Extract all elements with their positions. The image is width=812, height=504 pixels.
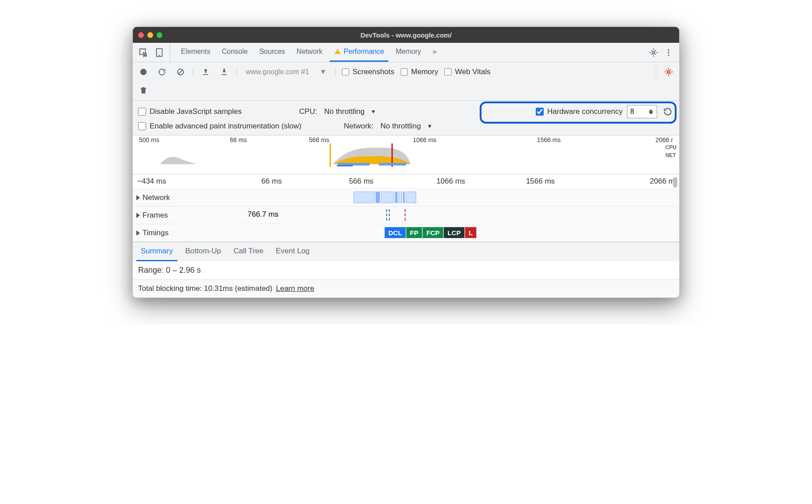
- performance-toolbar: www.google.com #1 ▼ Screenshots Memory W…: [133, 62, 679, 101]
- devtools-window: DevTools - www.google.com/ Elements Cons…: [132, 26, 680, 298]
- scrollbar-thumb[interactable]: [673, 177, 677, 188]
- dtab-summary[interactable]: Summary: [136, 242, 177, 261]
- svg-point-8: [140, 69, 147, 75]
- learn-more-link[interactable]: Learn more: [276, 284, 314, 293]
- stepper-icon[interactable]: [649, 109, 654, 114]
- panel-tabs: Elements Console Sources Network Perform…: [177, 43, 441, 62]
- network-label: Network:: [344, 122, 373, 131]
- disable-js-samples-checkbox[interactable]: Disable JavaScript samples: [138, 107, 242, 116]
- memory-checkbox[interactable]: Memory: [401, 68, 438, 76]
- svg-rect-14: [330, 143, 331, 167]
- chevron-down-icon: ▼: [371, 109, 376, 115]
- frame-duration: 766.7 ms: [248, 210, 278, 219]
- svg-point-6: [668, 52, 669, 53]
- timing-badge-lcp[interactable]: LCP: [444, 227, 465, 238]
- hardware-concurrency-checkbox[interactable]: Hardware concurrency: [536, 107, 623, 116]
- timeline-overview[interactable]: 500 ms 66 ms 566 ms 1066 ms 1566 ms 2066…: [133, 135, 679, 174]
- svg-rect-11: [203, 74, 208, 75]
- dtab-bottom-up[interactable]: Bottom-Up: [181, 242, 226, 261]
- tab-performance[interactable]: Performance: [330, 43, 389, 62]
- advanced-paint-checkbox[interactable]: Enable advanced paint instrumentation (s…: [138, 122, 301, 131]
- svg-point-5: [668, 49, 669, 50]
- tab-memory[interactable]: Memory: [391, 43, 425, 62]
- svg-point-13: [667, 71, 670, 73]
- tab-elements[interactable]: Elements: [177, 43, 215, 62]
- divider: [656, 67, 656, 77]
- webvitals-checkbox[interactable]: Web Vitals: [444, 68, 491, 76]
- tabs-more[interactable]: »: [428, 43, 441, 62]
- clear-icon[interactable]: [174, 66, 187, 78]
- flame-chart[interactable]: −434 ms 66 ms 566 ms 1066 ms 1566 ms 206…: [133, 174, 679, 242]
- titlebar[interactable]: DevTools - www.google.com/: [133, 27, 679, 43]
- expand-icon[interactable]: [136, 230, 140, 236]
- recording-select-value: www.google.com #1: [246, 68, 309, 76]
- inspect-element-icon[interactable]: [137, 46, 150, 59]
- device-toolbar-icon[interactable]: [153, 46, 165, 59]
- dtab-call-tree[interactable]: Call Tree: [229, 242, 268, 261]
- expand-icon[interactable]: [136, 213, 140, 218]
- download-profile-icon[interactable]: [218, 66, 230, 78]
- tab-sources[interactable]: Sources: [255, 43, 289, 62]
- network-throttle-select[interactable]: No throttling ▼: [380, 122, 432, 131]
- dtab-event-log[interactable]: Event Log: [271, 242, 314, 261]
- timing-badge-dcl[interactable]: DCL: [384, 227, 406, 238]
- settings-gear-icon[interactable]: [647, 46, 660, 59]
- svg-line-10: [178, 70, 183, 74]
- window-title: DevTools - www.google.com/: [133, 31, 679, 39]
- reload-record-button[interactable]: [156, 66, 168, 78]
- record-button[interactable]: [137, 66, 150, 78]
- detail-tabs: Summary Bottom-Up Call Tree Event Log: [133, 242, 679, 261]
- svg-rect-17: [379, 163, 406, 165]
- svg-point-4: [652, 51, 655, 54]
- tab-network[interactable]: Network: [292, 43, 327, 62]
- more-menu-icon[interactable]: [662, 46, 675, 59]
- divider: [237, 67, 237, 77]
- capture-settings-row2: Enable advanced paint instrumentation (s…: [133, 120, 679, 135]
- svg-rect-3: [337, 53, 338, 53]
- main-tabbar: Elements Console Sources Network Perform…: [133, 43, 679, 62]
- svg-rect-18: [337, 165, 353, 166]
- timing-badge-fp[interactable]: FP: [406, 227, 422, 238]
- warning-icon: [334, 48, 341, 55]
- screenshots-checkbox[interactable]: Screenshots: [342, 68, 395, 76]
- svg-point-7: [668, 54, 669, 56]
- flame-ticks: −434 ms 66 ms 566 ms 1066 ms 1566 ms 206…: [133, 174, 679, 189]
- svg-rect-2: [337, 50, 338, 52]
- capture-settings-gear-icon[interactable]: [662, 66, 675, 78]
- tab-console[interactable]: Console: [218, 43, 252, 62]
- divider: [193, 67, 193, 77]
- chevron-down-icon: ▼: [320, 68, 327, 76]
- svg-rect-12: [222, 74, 227, 75]
- overview-graph: [133, 143, 679, 167]
- track-network[interactable]: Network: [133, 189, 679, 207]
- chevron-down-icon: ▼: [427, 123, 432, 129]
- reset-concurrency-icon[interactable]: [662, 105, 674, 118]
- recording-select[interactable]: www.google.com #1 ▼: [243, 67, 329, 77]
- expand-icon[interactable]: [136, 195, 140, 200]
- hardware-concurrency-input[interactable]: 8: [627, 105, 657, 118]
- track-timings[interactable]: Timings DCL FP FCP LCP L: [133, 224, 679, 242]
- trash-icon[interactable]: [137, 84, 150, 97]
- timing-badge-l[interactable]: L: [465, 227, 477, 238]
- track-frames[interactable]: Frames 766.7 ms: [133, 207, 679, 224]
- capture-settings-row1: Disable JavaScript samples CPU: No throt…: [133, 101, 679, 120]
- timing-badge-fcp[interactable]: FCP: [422, 227, 444, 238]
- cpu-throttle-select[interactable]: No throttling ▼: [324, 107, 376, 116]
- summary-range: Range: 0 – 2.96 s: [133, 261, 679, 280]
- divider: [335, 67, 336, 77]
- overview-ticks: 500 ms 66 ms 566 ms 1066 ms 1566 ms 2066…: [133, 135, 679, 144]
- upload-profile-icon[interactable]: [199, 66, 212, 78]
- cpu-label: CPU:: [299, 107, 317, 116]
- summary-tbt: Total blocking time: 10.31ms (estimated)…: [133, 280, 679, 297]
